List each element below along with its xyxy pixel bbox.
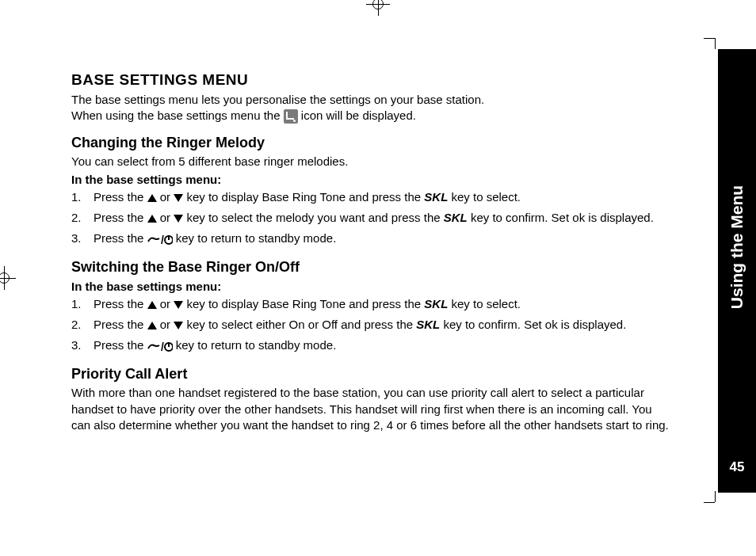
end-power-icon: / [147, 231, 173, 249]
text-fragment: key to select the melody you want and pr… [186, 211, 443, 224]
text-fragment: or [160, 190, 174, 204]
text-fragment: key to select either On or Off and press… [186, 318, 416, 331]
list-item: Press the or key to display Base Ring To… [71, 296, 669, 312]
text-fragment: or [160, 297, 174, 310]
list-item: Press the / key to return to standby mod… [71, 337, 669, 355]
end-power-icon: / [147, 338, 173, 356]
text-fragment: key to display Base Ring Tone and press … [186, 190, 424, 204]
down-arrow-icon [174, 301, 183, 309]
intro-line1: The base settings menu lets you personal… [71, 93, 484, 106]
text-fragment: key to display Base Ring Tone and press … [186, 297, 424, 310]
text-fragment: Press the [94, 190, 147, 204]
skl-key: SKL [444, 211, 468, 224]
down-arrow-icon [174, 322, 183, 329]
down-arrow-icon [174, 194, 183, 202]
crop-corner-bottom-right [704, 491, 715, 502]
melody-sublabel: In the base settings menu: [71, 172, 669, 188]
down-arrow-icon [174, 215, 183, 223]
page-content: BASE SETTINGS MENU The base settings men… [0, 0, 756, 465]
text-fragment: key to return to standby mode. [176, 338, 337, 352]
text-fragment: key to return to standby mode. [176, 231, 337, 245]
list-item: Press the / key to return to standby mod… [71, 230, 669, 248]
intro-text: The base settings menu lets you personal… [71, 92, 669, 124]
up-arrow-icon [147, 194, 157, 202]
up-arrow-icon [147, 301, 157, 309]
text-fragment: Press the [94, 211, 147, 224]
text-fragment: Press the [94, 318, 147, 331]
list-item: Press the or key to select the melody yo… [71, 210, 669, 226]
text-fragment: Press the [94, 231, 147, 245]
heading-ringer-melody: Changing the Ringer Melody [71, 133, 669, 152]
priority-body: With more than one handset registered to… [71, 385, 669, 433]
heading-priority-call: Priority Call Alert [71, 364, 669, 383]
text-fragment: Press the [94, 338, 147, 352]
svg-text:/: / [161, 341, 164, 352]
text-fragment: or [160, 211, 174, 224]
list-item: Press the or key to display Base Ring To… [71, 189, 669, 205]
up-arrow-icon [147, 322, 157, 329]
melody-intro: You can select from 5 different base rin… [71, 154, 669, 169]
skl-key: SKL [424, 297, 448, 310]
text-fragment: key to confirm. Set ok is displayed. [443, 318, 626, 331]
melody-steps: Press the or key to display Base Ring To… [71, 189, 669, 248]
text-fragment: key to select. [451, 297, 521, 310]
heading-base-settings: BASE SETTINGS MENU [71, 70, 669, 90]
base-icon [284, 109, 298, 124]
intro-line2b: icon will be displayed. [301, 109, 416, 122]
skl-key: SKL [424, 190, 448, 204]
intro-line2a: When using the base settings menu the [71, 109, 284, 122]
onoff-steps: Press the or key to display Base Ring To… [71, 296, 669, 355]
text-fragment: or [160, 318, 174, 331]
skl-key: SKL [416, 318, 440, 331]
text-fragment: key to confirm. Set ok is displayed. [471, 211, 654, 224]
text-fragment: key to select. [451, 190, 521, 204]
list-item: Press the or key to select either On or … [71, 317, 669, 333]
up-arrow-icon [147, 215, 157, 223]
heading-ringer-onoff: Switching the Base Ringer On/Off [71, 257, 669, 276]
onoff-sublabel: In the base settings menu: [71, 279, 669, 295]
svg-text:/: / [161, 234, 164, 246]
text-fragment: Press the [94, 297, 147, 310]
